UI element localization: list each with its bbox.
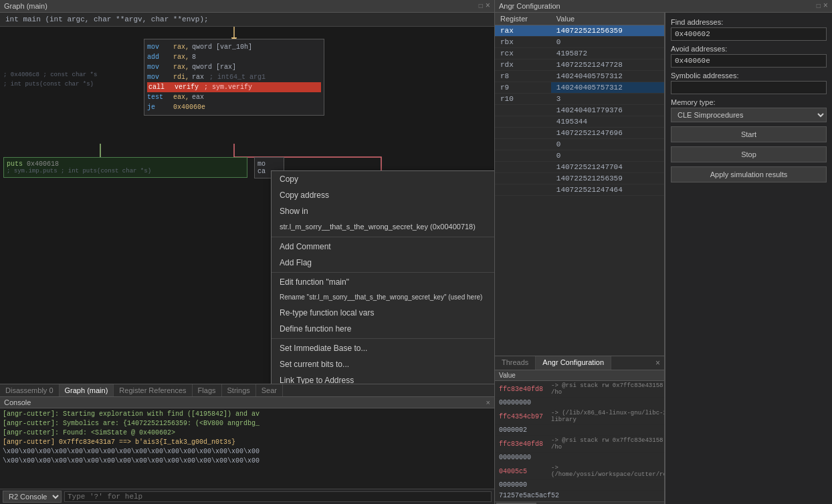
ctx-set-imm-base[interactable]: Set Immediate Base to... ▶ [272, 340, 494, 356]
puts-block: puts 0x400618 ; sym.imp.puts ; int puts(… [3, 157, 247, 178]
close-bottom-panel[interactable]: × [651, 356, 664, 370]
apply-simulation-button[interactable]: Apply simulation results [671, 166, 827, 182]
ctx-set-bits[interactable]: Set current bits to... ▶ [272, 356, 494, 372]
val-row-4: ffc83e40fd8 -> @rsi stack rw 0x7ffc83e43… [495, 436, 664, 453]
reg-row-rcx[interactable]: rcx 4195872 [495, 48, 664, 59]
ctx-show-in[interactable]: Show in ▶ [272, 203, 494, 219]
find-label: Find addresses: [671, 18, 827, 26]
val-row-2: ffc4354cb97 -> (/lib/x86_64-linux-gnu/li… [495, 408, 664, 425]
ctx-copy[interactable]: Copy Ctrl+C [272, 171, 494, 187]
start-button[interactable]: Start [671, 126, 827, 142]
val-row-0: ffc83e40fd8 -> @rsi stack rw 0x7ffc83e43… [495, 381, 664, 398]
close-btn-left[interactable]: × [486, 1, 490, 11]
tab-threads[interactable]: Threads [495, 356, 536, 370]
console-panel: Console × [angr-cutter]: Starting explor… [0, 397, 494, 504]
symbolic-input[interactable] [671, 81, 827, 94]
reg-row-13[interactable]: 140722521256359 [495, 173, 664, 184]
side-comment-2: ; int puts(const char *s) [3, 80, 97, 89]
find-input[interactable] [671, 27, 827, 41]
val-row-6: 04005c5 -> (/home/yossi/workspace/cutter… [495, 463, 664, 480]
reg-row-rax[interactable]: rax 140722521256359 [495, 25, 664, 37]
console-output: [angr-cutter]: Starting exploration with… [0, 408, 494, 489]
pin-btn-right[interactable]: □ [817, 3, 821, 10]
tabs-bar: Disassembly 0 Graph (main) Register Refe… [0, 384, 494, 397]
tab-graph-main[interactable]: Graph (main) [60, 384, 114, 396]
pin-btn[interactable]: □ [479, 3, 483, 10]
ctx-rename[interactable]: Rename "str.l_m_sorry__that_s_the_wrong_… [272, 290, 494, 305]
ctx-link-type[interactable]: Link Type to Address L [272, 372, 494, 384]
angr-title: Angr Configuration [499, 2, 817, 10]
stop-button[interactable]: Stop [671, 146, 827, 162]
tab-disassembly[interactable]: Disassembly 0 [0, 384, 60, 396]
value-table: Value ffc83e40fd8 -> @rsi stack rw 0x7ff… [495, 370, 664, 501]
memtype-select[interactable]: CLE Simprocedures Blank state Entry stat… [671, 108, 827, 122]
bottom-tabs-bar: Threads Angr Configuration × [495, 356, 664, 370]
reg-row-7[interactable]: 140240401779376 [495, 105, 664, 116]
function-sig: int main (int argc, char **argv, char **… [0, 13, 494, 27]
avoid-input[interactable] [671, 54, 827, 68]
symbolic-label: Symbolic addresses: [671, 72, 827, 80]
reg-row-rdx[interactable]: rdx 140722521247728 [495, 59, 664, 71]
tab-search[interactable]: Sear [256, 384, 283, 396]
angr-config-panel: Find addresses: Avoid addresses: Symboli… [665, 13, 832, 504]
reg-row-9[interactable]: 140722521247696 [495, 128, 664, 139]
console-title: Console [4, 398, 31, 406]
tab-angr-config[interactable]: Angr Configuration [536, 356, 611, 370]
registers-table: Register Value rax 140722521256359 rbx [495, 13, 664, 196]
val-row-1: 00000000 [495, 398, 664, 408]
console-mode-select[interactable]: R2 Console [3, 491, 62, 503]
reg-row-10[interactable]: 0 [495, 139, 664, 150]
side-comment-1: ; 0x4006c8 ; const char *s [3, 70, 97, 80]
ctx-copy-address[interactable]: Copy address Ctrl+Shift+C [272, 187, 494, 203]
val-row-7: 0000000 [495, 480, 664, 491]
tab-reg-refs[interactable]: Register References [114, 384, 192, 396]
avoid-label: Avoid addresses: [671, 45, 827, 53]
graph-area[interactable]: ; 0x4006c8 ; const char *s ; int puts(co… [0, 27, 494, 384]
ctx-str[interactable]: str.l_m_sorry__that_s_the_wrong_secret_k… [272, 219, 494, 235]
close-btn-right[interactable]: × [823, 1, 828, 11]
reg-row-14[interactable]: 140722521247464 [495, 184, 664, 196]
main-code-block: mov rax, qword [var_10h] add rax, 8 mov … [144, 39, 324, 116]
reg-row-r8[interactable]: r8 140240405757312 [495, 71, 664, 82]
context-menu: Copy Ctrl+C Copy address Ctrl+Shift+C Sh… [271, 170, 494, 384]
console-input[interactable] [64, 491, 492, 502]
reg-row-rbx[interactable]: rbx 0 [495, 37, 664, 48]
ctx-add-flag[interactable]: Add Flag [272, 255, 494, 271]
val-row-5: 00000000 [495, 453, 664, 463]
reg-row-8[interactable]: 4195344 [495, 116, 664, 128]
val-row-8: 71257e5ac5acf52 [495, 491, 664, 501]
ctx-edit-function[interactable]: Edit function "main" Shift+P [272, 274, 494, 290]
ctx-add-comment[interactable]: Add Comment ; [272, 239, 494, 255]
memtype-label: Memory type: [671, 98, 827, 106]
reg-row-11[interactable]: 0 [495, 150, 664, 162]
reg-row-r9[interactable]: r9 140240405757312 [495, 82, 664, 94]
ctx-retype[interactable]: Re-type function local vars Y [272, 305, 494, 321]
console-close[interactable]: × [486, 398, 490, 406]
ctx-define-function[interactable]: Define function here P [272, 321, 494, 337]
reg-row-12[interactable]: 140722521247704 [495, 162, 664, 173]
reg-row-r10[interactable]: r10 3 [495, 94, 664, 105]
tab-flags[interactable]: Flags [193, 384, 222, 396]
tab-strings[interactable]: Strings [222, 384, 256, 396]
graph-title: Graph (main) [4, 2, 479, 10]
val-row-3: 0000002 [495, 425, 664, 436]
